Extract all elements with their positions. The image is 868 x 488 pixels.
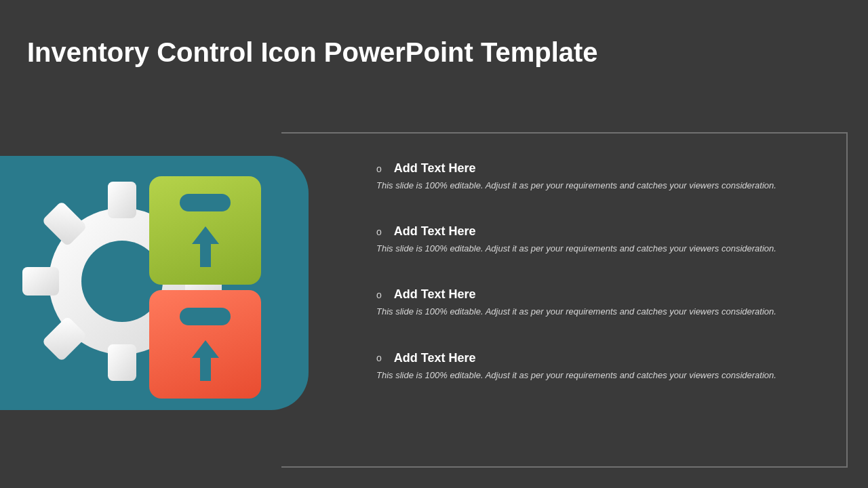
bullet-item: o Add Text Here This slide is 100% edita… — [376, 287, 810, 318]
bullet-heading: Add Text Here — [394, 351, 476, 365]
bullet-heading: Add Text Here — [394, 161, 476, 176]
box-slot-icon — [180, 308, 231, 325]
bullet-marker-icon: o — [376, 226, 382, 237]
storage-box-red — [149, 290, 261, 399]
bullet-item: o Add Text Here This slide is 100% edita… — [376, 224, 810, 255]
bullet-marker-icon: o — [376, 163, 382, 174]
slide-title: Inventory Control Icon PowerPoint Templa… — [27, 37, 598, 68]
bullet-marker-icon: o — [376, 289, 382, 300]
bullet-item: o Add Text Here This slide is 100% edita… — [376, 351, 810, 382]
bullet-list: o Add Text Here This slide is 100% edita… — [376, 161, 810, 414]
bullet-description: This slide is 100% editable. Adjust it a… — [376, 306, 776, 318]
box-slot-icon — [180, 194, 231, 211]
arrow-up-icon — [192, 340, 219, 381]
bullet-description: This slide is 100% editable. Adjust it a… — [376, 243, 776, 255]
bullet-heading: Add Text Here — [394, 287, 476, 302]
bullet-heading: Add Text Here — [394, 224, 476, 239]
bullet-item: o Add Text Here This slide is 100% edita… — [376, 161, 810, 192]
svg-rect-3 — [108, 182, 136, 218]
bullet-description: This slide is 100% editable. Adjust it a… — [376, 369, 776, 382]
bullet-marker-icon: o — [376, 352, 382, 363]
svg-rect-5 — [22, 267, 59, 296]
storage-box-green — [149, 176, 261, 285]
storage-boxes — [149, 176, 261, 399]
arrow-up-icon — [192, 226, 219, 267]
bullet-description: This slide is 100% editable. Adjust it a… — [376, 180, 776, 192]
icon-panel — [0, 156, 309, 410]
svg-rect-4 — [108, 344, 136, 381]
